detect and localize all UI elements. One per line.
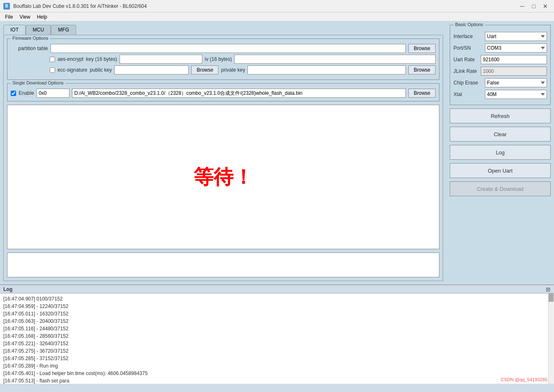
jlink-rate-label: JLink Rate — [453, 68, 478, 74]
create-download-button[interactable]: Create & Download — [450, 181, 551, 196]
bottom-footer — [0, 384, 554, 392]
private-key-label: private key — [221, 67, 245, 73]
xtal-row: Xtal 40M 32M 24M 26M — [453, 90, 547, 99]
uart-rate-row: Uart Rate — [453, 55, 547, 64]
left-panel: IOT MCU MFG Firmware Options partition t… — [0, 22, 446, 284]
log-line: [16:47:04.907] 0100/37152 — [3, 295, 551, 303]
private-key-browse-button[interactable]: Browse — [408, 65, 436, 75]
menu-file[interactable]: File — [2, 13, 16, 21]
log-title: Log — [3, 286, 12, 292]
inline-log-section — [7, 253, 439, 277]
port-sn-label: Port/SN — [453, 45, 482, 51]
close-button[interactable]: ✕ — [540, 1, 551, 12]
enable-label: Enable — [19, 90, 34, 96]
log-line: [16:47:05.513] - flash set para — [3, 377, 551, 384]
port-sn-row: Port/SN COM3 COM1 COM2 — [453, 43, 547, 53]
menubar: File View Help — [0, 12, 554, 22]
aes-encrypt-label: aes-encrypt — [58, 56, 84, 62]
log-button[interactable]: Log — [450, 145, 551, 160]
log-content: [16:47:04.907] 0100/37152[16:47:04.959] … — [0, 293, 554, 384]
scrollbar-thumb[interactable] — [549, 293, 554, 302]
chip-erase-label: Chip Erase — [453, 80, 482, 86]
uart-rate-input[interactable] — [481, 55, 547, 64]
uart-rate-label: Uart Rate — [453, 57, 478, 63]
log-line: [16:47:05.063] - 20400/37152 — [3, 317, 551, 325]
menu-view[interactable]: View — [16, 13, 34, 21]
log-line: [16:47:05.275] - 36720/37152 — [3, 347, 551, 355]
basic-options-title: Basic Options — [453, 22, 485, 27]
log-scrollbar[interactable] — [548, 293, 554, 384]
port-sn-select[interactable]: COM3 COM1 COM2 — [485, 43, 547, 53]
panel-body: Firmware Options partition table Browse … — [3, 35, 443, 281]
bottom-log-panel: Log ⊠ [16:47:04.907] 0100/37152[16:47:04… — [0, 284, 554, 392]
key-label: key (16 bytes) — [86, 56, 117, 62]
log-close-icon[interactable]: ⊠ — [546, 286, 551, 293]
private-key-input[interactable] — [247, 65, 406, 75]
watermark: CSDN @qq_54193285 — [501, 377, 547, 382]
log-header: Log ⊠ — [0, 285, 554, 293]
single-download-title: Single Download Options — [11, 80, 65, 85]
single-download-group: Single Download Options Enable Browse — [7, 83, 439, 101]
titlebar-title: Bouffalo Lab Dev Cube v1.8.0.301 for AiT… — [13, 3, 147, 9]
public-key-browse-button[interactable]: Browse — [191, 65, 218, 75]
log-line: [16:47:05.221] - 32640/37152 — [3, 340, 551, 347]
basic-options-group: Basic Options Interface Uart JLink OpenO… — [450, 25, 551, 105]
chip-erase-row: Chip Erase False True — [453, 78, 547, 87]
titlebar-controls: ─ □ ✕ — [517, 1, 551, 12]
firmware-options-group: Firmware Options partition table Browse … — [7, 38, 439, 80]
partition-browse-button[interactable]: Browse — [408, 44, 436, 53]
log-line: [16:47:04.959] - 12240/37152 — [3, 303, 551, 310]
menu-help[interactable]: Help — [34, 13, 50, 21]
image-area: 等待！ — [7, 105, 439, 249]
interface-select[interactable]: Uart JLink OpenOCD — [485, 32, 547, 41]
tab-mfg[interactable]: MFG — [51, 25, 76, 35]
log-line: [16:47:05.289] - Run img — [3, 362, 551, 370]
titlebar-left: B Bouffalo Lab Dev Cube v1.8.0.301 for A… — [3, 3, 147, 10]
partition-table-input[interactable] — [50, 44, 406, 53]
ecc-signature-row: ecc-signature public key Browse private … — [11, 65, 436, 75]
aes-encrypt-checkbox[interactable] — [50, 57, 55, 62]
open-uart-button[interactable]: Open Uart — [450, 163, 551, 178]
xtal-select[interactable]: 40M 32M 24M 26M — [485, 90, 547, 99]
jlink-rate-input — [481, 67, 547, 76]
addr-input[interactable] — [36, 89, 70, 98]
download-browse-button[interactable]: Browse — [408, 89, 436, 98]
log-line: [16:47:05.116] - 24480/37152 — [3, 325, 551, 332]
main-content: IOT MCU MFG Firmware Options partition t… — [0, 22, 554, 284]
maximize-button[interactable]: □ — [528, 1, 539, 12]
log-line: [16:47:05.285] - 37152/37152 — [3, 355, 551, 362]
interface-label: Interface — [453, 34, 482, 39]
public-key-label: public key — [90, 67, 112, 73]
partition-table-row: partition table Browse — [11, 44, 436, 53]
iv-input[interactable] — [234, 55, 436, 64]
key-input[interactable] — [120, 55, 202, 64]
iv-label: iv (16 bytes) — [205, 56, 232, 62]
enable-checkbox[interactable] — [11, 91, 16, 96]
tab-iot[interactable]: IOT — [3, 25, 26, 35]
download-row: Enable Browse — [11, 89, 436, 98]
log-line: [16:47:05.401] - Load helper bin time co… — [3, 370, 551, 377]
chip-erase-select[interactable]: False True — [485, 78, 547, 87]
ecc-signature-label: ecc-signature — [58, 67, 87, 73]
tabs: IOT MCU MFG — [3, 25, 443, 35]
minimize-button[interactable]: ─ — [517, 1, 528, 12]
xtal-label: Xtal — [453, 91, 482, 97]
jlink-rate-row: JLink Rate — [453, 67, 547, 76]
ecc-signature-checkbox[interactable] — [50, 67, 55, 73]
public-key-input[interactable] — [114, 65, 189, 75]
right-panel: Basic Options Interface Uart JLink OpenO… — [446, 22, 554, 284]
refresh-button[interactable]: Refresh — [450, 108, 551, 123]
aes-encrypt-row: aes-encrypt key (16 bytes) iv (16 bytes) — [11, 55, 436, 64]
path-input[interactable] — [72, 89, 406, 98]
log-line: [16:47:05.011] - 16320/37152 — [3, 310, 551, 317]
waiting-text: 等待！ — [194, 164, 253, 190]
interface-row: Interface Uart JLink OpenOCD — [453, 32, 547, 41]
tab-mcu[interactable]: MCU — [26, 25, 51, 35]
log-line: [16:47:05.168] - 28560/37152 — [3, 332, 551, 340]
firmware-options-title: Firmware Options — [11, 36, 50, 41]
partition-table-label: partition table — [11, 46, 48, 51]
clear-button[interactable]: Clear — [450, 127, 551, 142]
app-icon: B — [3, 3, 10, 10]
titlebar: B Bouffalo Lab Dev Cube v1.8.0.301 for A… — [0, 0, 554, 12]
